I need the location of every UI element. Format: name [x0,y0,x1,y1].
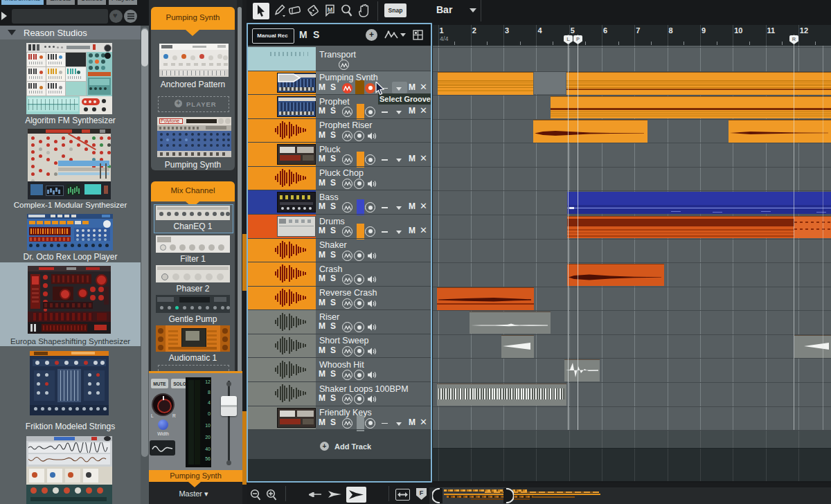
svg-text:M: M [328,6,333,13]
